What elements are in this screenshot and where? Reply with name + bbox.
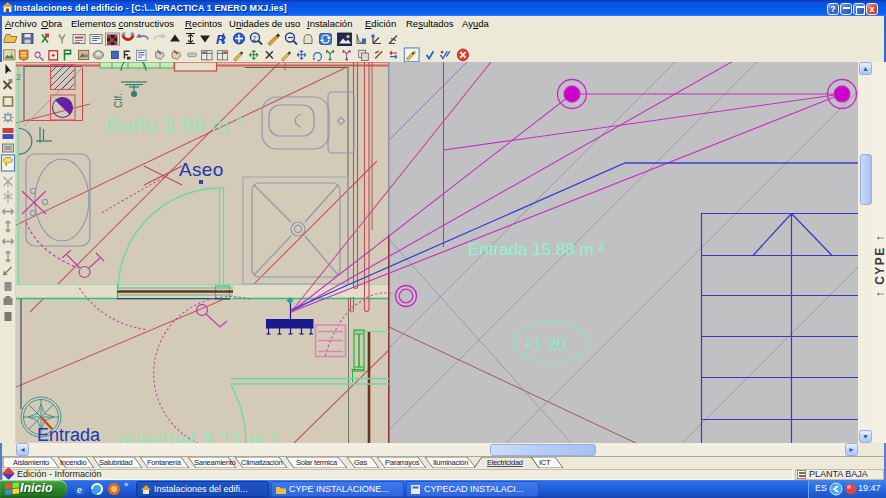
svg-text:Salubridad: Salubridad bbox=[99, 458, 132, 467]
svg-text:Incendio: Incendio bbox=[60, 458, 86, 467]
svg-text:Aseo: Aseo bbox=[179, 159, 224, 180]
svg-text:Iluminación: Iluminación bbox=[433, 458, 468, 467]
svg-text:Saneamiento: Saneamiento bbox=[194, 458, 236, 467]
svg-text:principal 9 13 m ²: principal 9 13 m ² bbox=[117, 429, 279, 443]
svg-text:e: e bbox=[77, 483, 82, 495]
svg-text:+1 20: +1 20 bbox=[523, 335, 566, 354]
svg-text:2: 2 bbox=[16, 72, 21, 82]
svg-text:Climatización: Climatización bbox=[241, 458, 282, 467]
svg-text:Baño 3.66 m ²: Baño 3.66 m ² bbox=[106, 113, 243, 136]
svg-text:Clf.: Clf. bbox=[113, 93, 124, 108]
svg-text:R: R bbox=[216, 32, 226, 47]
svg-text:»: » bbox=[124, 480, 129, 489]
svg-text:Fontanería: Fontanería bbox=[147, 458, 182, 467]
svg-text:Gas: Gas bbox=[354, 458, 368, 467]
svg-text:Aislamiento: Aislamiento bbox=[13, 458, 49, 467]
svg-text:ICT: ICT bbox=[539, 458, 551, 467]
svg-text:Entrada 15.88 m ²: Entrada 15.88 m ² bbox=[468, 240, 604, 259]
svg-text:Pararrayos: Pararrayos bbox=[385, 458, 420, 467]
svg-text:2: 2 bbox=[253, 35, 257, 42]
svg-text:Entrada: Entrada bbox=[37, 425, 101, 443]
svg-text:Electricidad: Electricidad bbox=[487, 458, 523, 467]
svg-text:Solar térmica: Solar térmica bbox=[296, 458, 338, 467]
